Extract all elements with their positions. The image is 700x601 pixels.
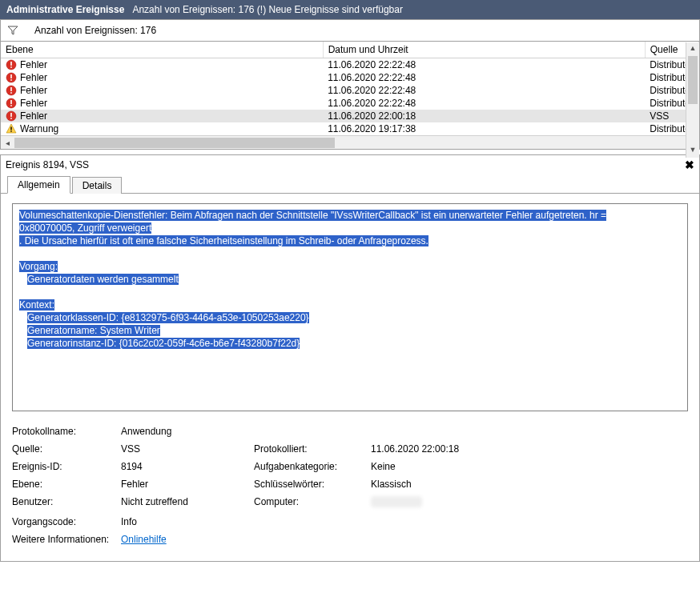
col-level[interactable]: Ebene xyxy=(1,42,323,58)
lab-log: Protokollname: xyxy=(12,426,116,437)
val-keywords: Klassisch xyxy=(371,479,688,490)
detail-pane: Ereignis 8194, VSS ✖ Allgemein Details V… xyxy=(0,154,700,562)
lab-logged: Protokolliert: xyxy=(254,443,366,455)
svg-rect-11 xyxy=(10,105,12,106)
title-subtext: Anzahl von Ereignissen: 176 (!) Neue Ere… xyxy=(132,4,403,15)
lab-source: Quelle: xyxy=(12,443,116,455)
row-level: Fehler xyxy=(20,85,47,96)
online-help-link[interactable]: Onlinehilfe xyxy=(121,534,167,545)
titlebar: Administrative Ereignisse Anzahl von Ere… xyxy=(0,0,700,19)
row-level: Fehler xyxy=(20,72,47,83)
svg-rect-7 xyxy=(10,87,12,91)
val-computer xyxy=(371,496,688,510)
svg-rect-5 xyxy=(10,79,12,81)
vscroll-thumb[interactable] xyxy=(688,56,698,104)
table-row[interactable]: Fehler11.06.2020 22:22:48Distributed xyxy=(1,58,699,72)
event-message[interactable]: Volumeschattenkopie-Dienstfehler: Beim A… xyxy=(12,203,688,411)
scroll-up-icon[interactable]: ▲ xyxy=(686,42,699,56)
val-opcode: Info xyxy=(121,516,688,527)
val-log: Anwendung xyxy=(121,426,688,437)
val-source: VSS xyxy=(121,443,249,455)
close-icon[interactable]: ✖ xyxy=(685,158,694,171)
lab-computer: Computer: xyxy=(254,496,366,510)
val-eventid: 8194 xyxy=(121,461,249,472)
title-text: Administrative Ereignisse xyxy=(6,4,124,15)
lab-keywords: Schlüsselwörter: xyxy=(254,479,366,490)
event-metadata: Protokollname: Anwendung Quelle: VSS Pro… xyxy=(12,426,688,545)
table-row[interactable]: Fehler11.06.2020 22:22:48Distributed xyxy=(1,71,699,84)
svg-rect-4 xyxy=(10,74,12,78)
tabstrip: Allgemein Details xyxy=(1,174,699,194)
event-grid: Ebene Datum und Uhrzeit Quelle Fehler11.… xyxy=(0,42,700,150)
row-datetime: 11.06.2020 22:22:48 xyxy=(323,58,645,72)
funnel-icon[interactable] xyxy=(7,26,18,35)
lab-user: Benutzer: xyxy=(12,496,116,510)
scroll-left-icon[interactable]: ◂ xyxy=(1,138,14,147)
scroll-down-icon[interactable]: ▼ xyxy=(686,144,699,158)
table-row[interactable]: Warnung11.06.2020 19:17:38Distributed xyxy=(1,122,699,135)
lab-eventid: Ereignis-ID: xyxy=(12,461,116,472)
svg-rect-1 xyxy=(10,62,12,66)
lab-opcode: Vorgangscode: xyxy=(12,516,116,527)
svg-rect-14 xyxy=(10,118,12,119)
row-level: Warnung xyxy=(20,123,58,134)
row-level: Fehler xyxy=(20,59,47,70)
val-logged: 11.06.2020 22:00:18 xyxy=(371,443,688,455)
error-icon xyxy=(6,85,17,96)
hscroll-thumb[interactable] xyxy=(14,138,335,148)
row-datetime: 11.06.2020 22:00:18 xyxy=(323,110,645,122)
table-row[interactable]: Fehler11.06.2020 22:22:48Distributed xyxy=(1,84,699,97)
svg-rect-8 xyxy=(10,92,12,94)
error-icon xyxy=(6,98,17,109)
svg-rect-13 xyxy=(10,113,12,117)
filter-bar: Anzahl von Ereignissen: 176 xyxy=(0,19,700,42)
svg-rect-10 xyxy=(10,100,12,104)
val-user: Nicht zutreffend xyxy=(121,496,249,510)
row-datetime: 11.06.2020 22:22:48 xyxy=(323,71,645,84)
col-datetime[interactable]: Datum und Uhrzeit xyxy=(323,42,645,58)
row-datetime: 11.06.2020 19:17:38 xyxy=(323,122,645,135)
tab-general[interactable]: Allgemein xyxy=(7,176,70,194)
warning-icon xyxy=(6,123,17,134)
svg-rect-2 xyxy=(10,66,12,68)
val-taskcat: Keine xyxy=(371,461,688,472)
error-icon xyxy=(6,110,17,122)
lab-moreinfo: Weitere Informationen: xyxy=(12,534,116,545)
redacted-computer xyxy=(371,496,422,507)
val-level: Fehler xyxy=(121,479,249,490)
grid-hscroll[interactable]: ◂ ▸ xyxy=(1,135,699,149)
row-level: Fehler xyxy=(20,110,47,122)
svg-rect-16 xyxy=(10,130,11,131)
table-row[interactable]: Fehler11.06.2020 22:22:48Distributed xyxy=(1,97,699,110)
filter-count-text: Anzahl von Ereignissen: 176 xyxy=(34,25,156,36)
row-datetime: 11.06.2020 22:22:48 xyxy=(323,84,645,97)
tab-details[interactable]: Details xyxy=(72,177,123,194)
grid-vscroll[interactable]: ▲ ▼ xyxy=(686,42,699,158)
error-icon xyxy=(6,72,17,83)
lab-taskcat: Aufgabenkategorie: xyxy=(254,461,366,472)
table-row[interactable]: Fehler11.06.2020 22:00:18VSS xyxy=(1,110,699,122)
row-level: Fehler xyxy=(20,98,47,109)
detail-title: Ereignis 8194, VSS xyxy=(6,159,89,170)
lab-level: Ebene: xyxy=(12,479,116,490)
row-datetime: 11.06.2020 22:22:48 xyxy=(323,97,645,110)
error-icon xyxy=(6,59,17,70)
svg-rect-15 xyxy=(10,127,11,130)
